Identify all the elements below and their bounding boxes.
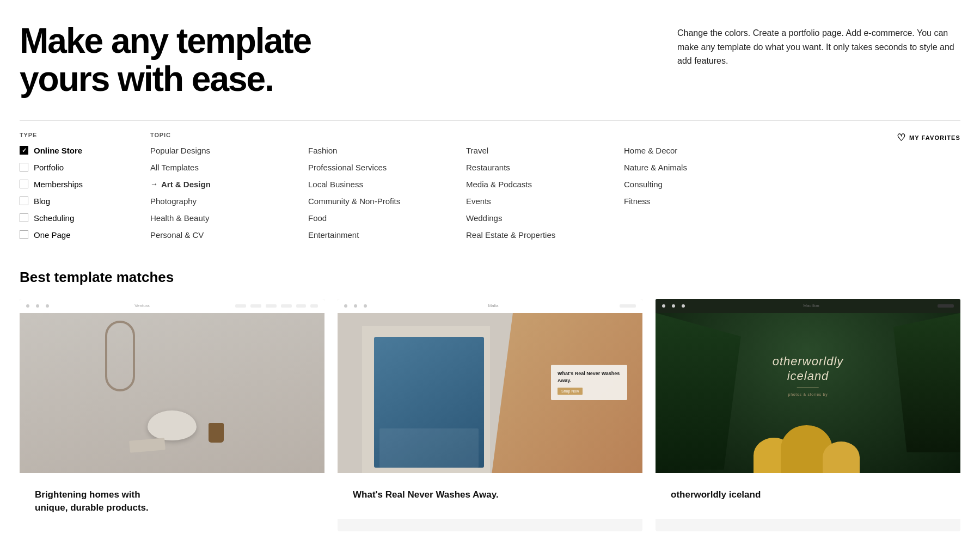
type-list: ✓ Online Store Portfolio Memberships [20,146,150,240]
type-header: TYPE [20,132,150,138]
topics-col-3: Travel Restaurants Media & Podcasts Even… [466,146,591,240]
topic-local-business[interactable]: Local Business [308,180,433,189]
templates-grid: Ventura [20,299,960,532]
malia-overlay-title: What's Real Never Washes Away. [558,370,621,384]
type-label-online-store: Online Store [34,146,82,155]
topic-nature-animals[interactable]: Nature & Animals [624,163,749,172]
malia-fabric-fringe [379,428,478,468]
malia-shop-btn[interactable]: Shop Now [558,388,583,395]
topic-personal-cv[interactable]: Personal & CV [150,230,275,240]
topic-professional-services[interactable]: Professional Services [308,163,433,172]
ventura-cup [209,423,224,443]
template-card-ventura[interactable]: Ventura [20,299,324,532]
topic-media-podcasts[interactable]: Media & Podcasts [466,180,591,189]
ventura-chair [105,321,135,391]
topic-real-estate[interactable]: Real Estate & Properties [466,230,591,240]
mockup-browser-bar-malia: Malia [338,299,642,313]
hero-section: Make any template yours with ease. Chang… [20,22,960,99]
topic-popular-designs[interactable]: Popular Designs [150,146,275,155]
filter-type-column: TYPE ✓ Online Store Portfolio Membersh [20,132,150,247]
template-name-malia-bar: Malia [373,303,613,308]
filter-section: TYPE ✓ Online Store Portfolio Membersh [20,120,960,247]
iceland-main-title: otherworldlyiceland [773,354,844,383]
malia-desc: What's Real Never Washes Away. [338,473,642,519]
topic-photography[interactable]: Photography [150,197,275,206]
ventura-image [20,299,324,473]
type-item-blog[interactable]: Blog [20,197,150,206]
malia-tagline: What's Real Never Washes Away. [353,488,627,501]
hero-description: Change the colors. Create a portfolio pa… [677,22,960,68]
topic-food[interactable]: Food [308,213,433,223]
iceland-dot-1 [662,304,665,308]
topic-fitness[interactable]: Fitness [624,197,749,206]
arrow-icon: → [150,180,158,188]
type-item-one-page[interactable]: One Page [20,230,150,240]
nav-item-2 [250,304,261,308]
iceland-title-block: otherworldlyiceland photos & stories by [773,354,844,396]
heart-icon: ♡ [897,132,906,144]
topics-col-4-wrapper: TOPIC Home & Decor Nature & Animals Cons… [624,132,749,247]
malia-dot-1 [344,304,347,308]
template-preview-ventura: Ventura [20,299,324,473]
ventura-desc: Brightening homes withunique, durable pr… [20,473,324,532]
nav-item-4 [281,304,292,308]
nav-item-3 [266,304,277,308]
filter-row: TYPE ✓ Online Store Portfolio Membersh [20,132,749,247]
malia-text-overlay: What's Real Never Washes Away. Shop Now [551,365,627,400]
template-preview-malia: Malia [338,299,642,473]
topics-col-2-wrapper: TOPIC Fashion Professional Services Loca… [308,132,433,247]
type-item-portfolio[interactable]: Portfolio [20,163,150,172]
template-card-malia[interactable]: Malia [338,299,642,532]
topics-header-spacer: TOPIC Popular Designs All Templates → Ar… [150,132,275,247]
topic-entertainment[interactable]: Entertainment [308,230,433,240]
nav-item-1 [235,304,246,308]
topic-fashion[interactable]: Fashion [308,146,433,155]
topics-col-2: Fashion Professional Services Local Busi… [308,146,433,240]
topics-col-3-wrapper: TOPIC Travel Restaurants Media & Podcast… [466,132,591,247]
bar-dot-3 [46,304,49,308]
iceland-image: otherworldlyiceland photos & stories by [656,299,960,473]
iceland-subtitle: photos & stories by [773,393,844,396]
malia-dot-2 [354,304,357,308]
template-card-iceland[interactable]: Macillon otherworldlyiceland photos & st… [656,299,960,532]
iceland-nav [938,304,954,308]
checkbox-blog[interactable] [20,197,28,205]
malia-dot-3 [364,304,367,308]
iceland-dot-2 [672,304,675,308]
type-label-blog: Blog [34,197,50,206]
favorites-button[interactable]: ♡ MY FAVORITES [897,132,960,144]
checkbox-one-page[interactable] [20,230,28,239]
best-matches-section: Best template matches Ventura [20,269,960,532]
checkbox-online-store[interactable]: ✓ [20,146,28,155]
checkbox-scheduling[interactable] [20,213,28,222]
malia-blue-product [374,337,484,468]
topic-restaurants[interactable]: Restaurants [466,163,591,172]
topic-events[interactable]: Events [466,197,591,206]
topic-header: TOPIC [150,132,275,138]
topic-art-design[interactable]: → Art & Design [150,180,275,189]
topic-weddings[interactable]: Weddings [466,213,591,223]
topic-all-templates[interactable]: All Templates [150,163,275,172]
template-name-iceland-bar: Macillon [691,303,931,308]
checkbox-portfolio[interactable] [20,163,28,171]
topic-community[interactable]: Community & Non-Profits [308,197,433,206]
template-preview-iceland: Macillon otherworldlyiceland photos & st… [656,299,960,473]
mushroom-right [823,442,860,473]
type-item-memberships[interactable]: Memberships [20,180,150,189]
topic-consulting[interactable]: Consulting [624,180,749,189]
malia-image: What's Real Never Washes Away. Shop Now [338,299,642,473]
ventura-tagline: Brightening homes withunique, durable pr… [35,488,309,514]
iceland-tagline: otherworldly iceland [671,488,945,501]
type-item-online-store[interactable]: ✓ Online Store [20,146,150,155]
topic-travel[interactable]: Travel [466,146,591,155]
topic-health-beauty[interactable]: Health & Beauty [150,213,275,223]
iceland-mushrooms-group [748,413,868,473]
nav-item-5 [296,304,306,308]
type-item-scheduling[interactable]: Scheduling [20,213,150,223]
mockup-browser-bar-ventura: Ventura [20,299,324,313]
nav-icon [310,304,318,308]
type-label-one-page: One Page [34,230,71,240]
topic-home-decor[interactable]: Home & Decor [624,146,749,155]
type-label-portfolio: Portfolio [34,163,64,172]
checkbox-memberships[interactable] [20,180,28,188]
